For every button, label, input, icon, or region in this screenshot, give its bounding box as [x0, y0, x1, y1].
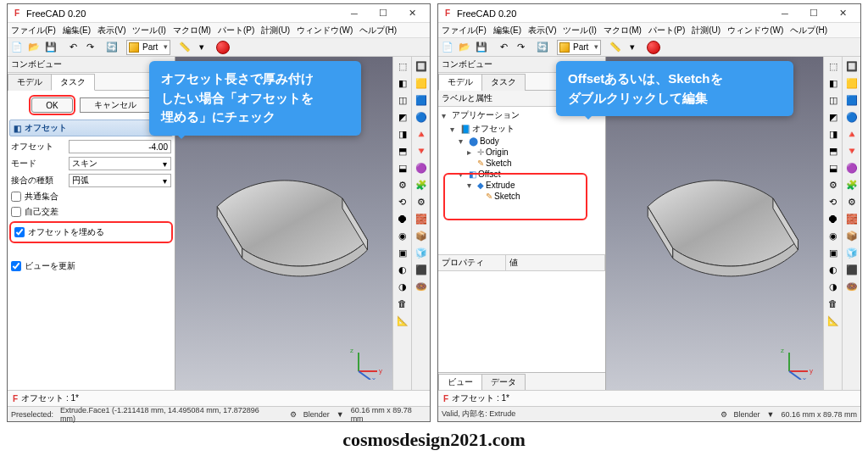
part-icon[interactable]: ⚙ [414, 194, 429, 209]
menu-help[interactable]: ヘルプ(H) [790, 25, 827, 36]
view-icon[interactable]: ◐ [395, 262, 410, 277]
view-icon[interactable]: ◑ [395, 279, 410, 294]
menu-window[interactable]: ウィンドウ(W) [727, 25, 783, 36]
property-grid[interactable] [438, 271, 605, 372]
redo-icon[interactable]: ↷ [82, 40, 97, 55]
tree-sketch[interactable]: ✎Sketch [442, 158, 602, 169]
view-icon[interactable]: ⬒ [826, 143, 841, 158]
view-icon[interactable]: ⯃ [395, 211, 410, 226]
menu-macro[interactable]: マクロ(M) [173, 25, 211, 36]
view-icon[interactable]: 🗑 [395, 296, 410, 311]
menu-tools[interactable]: ツール(I) [563, 25, 596, 36]
update-view-checkbox[interactable] [11, 261, 21, 271]
refresh-icon[interactable]: 🔄 [535, 40, 550, 55]
save-icon[interactable]: 💾 [474, 40, 489, 55]
minimize-button[interactable]: ─ [771, 5, 799, 22]
view-icon[interactable]: ◉ [826, 228, 841, 243]
redo-icon[interactable]: ↷ [513, 40, 528, 55]
macro-record-icon[interactable] [647, 41, 660, 54]
macro-record-icon[interactable] [216, 41, 230, 54]
view-icon[interactable]: ◫ [395, 92, 410, 108]
part-icon[interactable]: ⬛ [414, 262, 429, 277]
undo-icon[interactable]: ↶ [65, 40, 81, 55]
view-icon[interactable]: ⬚ [826, 58, 841, 74]
join-select[interactable]: 円弧 ▾ [69, 174, 171, 187]
menu-measure[interactable]: 計測(U) [692, 25, 721, 36]
menu-measure[interactable]: 計測(U) [261, 25, 290, 36]
tree-sketch2[interactable]: ✎Sketch [442, 191, 602, 202]
nav-dropdown-icon[interactable]: ▼ [767, 410, 775, 419]
fill-offset-checkbox[interactable] [14, 227, 25, 237]
part-icon[interactable]: 📦 [414, 228, 429, 243]
part-icon[interactable]: 🟨 [844, 75, 860, 91]
nav-style[interactable]: Blender [303, 410, 330, 419]
cancel-button[interactable]: キャンセル [80, 97, 151, 113]
view-icon[interactable]: ⬒ [395, 143, 410, 158]
part-icon[interactable]: 📦 [844, 228, 860, 243]
menu-macro[interactable]: マクロ(M) [604, 25, 642, 36]
part-icon[interactable]: 🔵 [844, 109, 860, 125]
part-icon[interactable]: 🟨 [414, 75, 429, 91]
tab-model[interactable]: モデル [438, 74, 482, 91]
open-icon[interactable]: 📂 [26, 40, 42, 55]
offset-input[interactable]: -4.00 [69, 140, 171, 153]
refresh-icon[interactable]: 🔄 [104, 40, 120, 55]
menu-edit[interactable]: 編集(E) [63, 25, 91, 36]
view-icon[interactable]: 🗑 [826, 296, 841, 311]
self-intersect-checkbox[interactable] [11, 207, 21, 217]
view-icon[interactable]: ⬚ [395, 58, 410, 74]
workbench-selector[interactable]: Part [126, 40, 170, 55]
view-icon[interactable]: ⚙ [826, 177, 841, 192]
menu-view[interactable]: 表示(V) [97, 25, 125, 36]
maximize-button[interactable]: ☐ [799, 5, 828, 22]
part-icon[interactable]: 🧱 [414, 211, 429, 226]
menu-help[interactable]: ヘルプ(H) [359, 25, 397, 36]
part-icon[interactable]: 🟦 [844, 92, 860, 108]
view-icon[interactable]: ◐ [826, 262, 841, 277]
menu-edit[interactable]: 編集(E) [493, 25, 521, 36]
part-icon[interactable]: 🔵 [414, 109, 429, 125]
menu-part[interactable]: パート(P) [648, 25, 685, 36]
tree-body[interactable]: ▾⬤Body [442, 136, 602, 147]
close-button[interactable]: ✕ [398, 5, 426, 22]
view-icon[interactable]: ◉ [395, 228, 410, 243]
view-icon[interactable]: ◫ [826, 92, 841, 108]
part-icon[interactable]: 🔺 [414, 126, 429, 142]
tab-view[interactable]: ビュー [438, 374, 482, 390]
dropdown-icon[interactable]: ▾ [625, 40, 640, 55]
view-icon[interactable]: ⬓ [826, 160, 841, 175]
tab-task[interactable]: タスク [481, 74, 526, 91]
nav-style-icon[interactable]: ⚙ [721, 410, 727, 419]
part-icon[interactable]: 🟣 [844, 160, 860, 175]
view-icon[interactable]: 📐 [826, 313, 841, 328]
workbench-selector[interactable]: Part [557, 40, 601, 55]
part-icon[interactable]: 🔺 [844, 126, 860, 142]
close-button[interactable]: ✕ [828, 5, 857, 22]
maximize-button[interactable]: ☐ [369, 5, 398, 22]
part-icon[interactable]: 🧊 [844, 245, 860, 260]
intersection-checkbox[interactable] [11, 192, 21, 202]
part-icon[interactable]: 🍩 [414, 279, 429, 294]
tab-task[interactable]: タスク [51, 74, 95, 91]
tab-model[interactable]: モデル [8, 74, 52, 91]
menu-part[interactable]: パート(P) [218, 25, 254, 36]
document-tab[interactable]: オフセット : 1* [21, 392, 79, 404]
part-icon[interactable]: 🔻 [414, 143, 429, 158]
menu-file[interactable]: ファイル(F) [442, 25, 487, 36]
minimize-button[interactable]: ─ [340, 5, 369, 22]
dropdown-icon[interactable]: ▾ [194, 40, 209, 55]
tree-origin[interactable]: ▸✛Origin [442, 147, 602, 158]
new-icon[interactable]: 📄 [440, 40, 455, 55]
part-icon[interactable]: 🔻 [844, 143, 860, 158]
part-icon[interactable]: 🔲 [844, 58, 860, 74]
part-icon[interactable]: ⬛ [844, 262, 860, 277]
view-icon[interactable]: ⬓ [395, 160, 410, 175]
part-icon[interactable]: ⚙ [844, 194, 860, 209]
part-icon[interactable]: 🧊 [414, 245, 429, 260]
view-icon[interactable]: ▣ [395, 245, 410, 260]
menu-view[interactable]: 表示(V) [528, 25, 556, 36]
view-icon[interactable]: ◩ [395, 109, 410, 125]
nav-dropdown-icon[interactable]: ▼ [337, 410, 344, 419]
part-icon[interactable]: 🔲 [414, 58, 429, 74]
tree-offset[interactable]: ▾◧Offset [442, 169, 602, 180]
